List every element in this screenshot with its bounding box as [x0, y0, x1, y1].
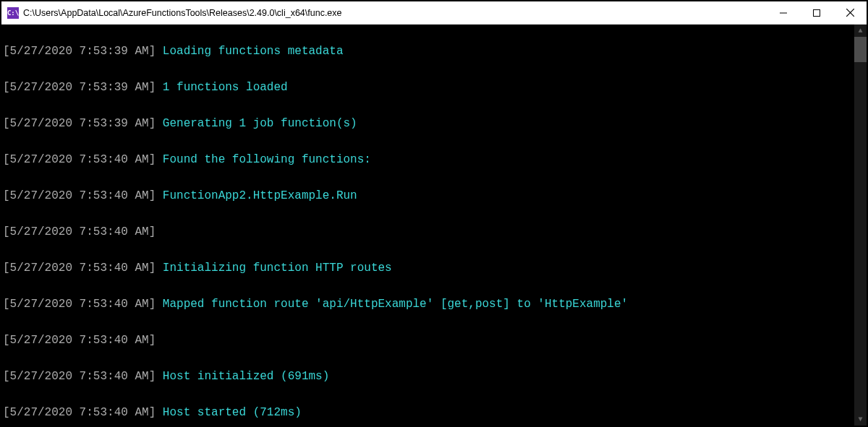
log-message: Mapped function route 'api/HttpExample' … — [163, 298, 628, 311]
log-message: 1 functions loaded — [163, 81, 288, 94]
scrollbar[interactable]: ▲ ▼ — [854, 25, 867, 426]
scroll-down-icon[interactable]: ▼ — [854, 413, 867, 426]
timestamp: [5/27/2020 7:53:40 AM] — [3, 262, 163, 275]
console-output[interactable]: [5/27/2020 7:53:39 AM] Loading functions… — [1, 25, 867, 426]
log-message: Host initialized (691ms) — [163, 370, 329, 383]
scrollbar-thumb[interactable] — [854, 37, 867, 62]
log-message: FunctionApp2.HttpExample.Run — [163, 189, 357, 202]
log-message: Generating 1 job function(s) — [163, 117, 357, 130]
timestamp: [5/27/2020 7:53:40 AM] — [3, 406, 163, 419]
log-message: Initializing function HTTP routes — [163, 262, 392, 275]
timestamp: [5/27/2020 7:53:40 AM] — [3, 298, 163, 311]
console-window: C:\ C:\Users\AppData\Local\AzureFunction… — [1, 1, 867, 426]
timestamp: [5/27/2020 7:53:40 AM] — [3, 189, 163, 202]
minimize-button[interactable] — [767, 1, 800, 25]
close-button[interactable] — [833, 1, 867, 25]
timestamp: [5/27/2020 7:53:40 AM] — [3, 225, 163, 238]
log-message: Host started (712ms) — [163, 406, 302, 419]
log-message: Loading functions metadata — [163, 45, 344, 58]
timestamp: [5/27/2020 7:53:39 AM] — [3, 117, 163, 130]
timestamp: [5/27/2020 7:53:40 AM] — [3, 370, 163, 383]
maximize-button[interactable] — [800, 1, 833, 25]
app-icon: C:\ — [7, 7, 19, 19]
log-message: Found the following functions: — [163, 153, 371, 166]
timestamp: [5/27/2020 7:53:39 AM] — [3, 81, 163, 94]
timestamp: [5/27/2020 7:53:40 AM] — [3, 153, 163, 166]
timestamp: [5/27/2020 7:53:39 AM] — [3, 45, 163, 58]
svg-rect-0 — [814, 9, 820, 16]
scroll-up-icon[interactable]: ▲ — [854, 25, 867, 37]
titlebar[interactable]: C:\ C:\Users\AppData\Local\AzureFunction… — [1, 1, 867, 25]
timestamp: [5/27/2020 7:53:40 AM] — [3, 334, 163, 347]
window-controls — [767, 1, 867, 25]
window-title: C:\Users\AppData\Local\AzureFunctionsToo… — [23, 8, 767, 18]
